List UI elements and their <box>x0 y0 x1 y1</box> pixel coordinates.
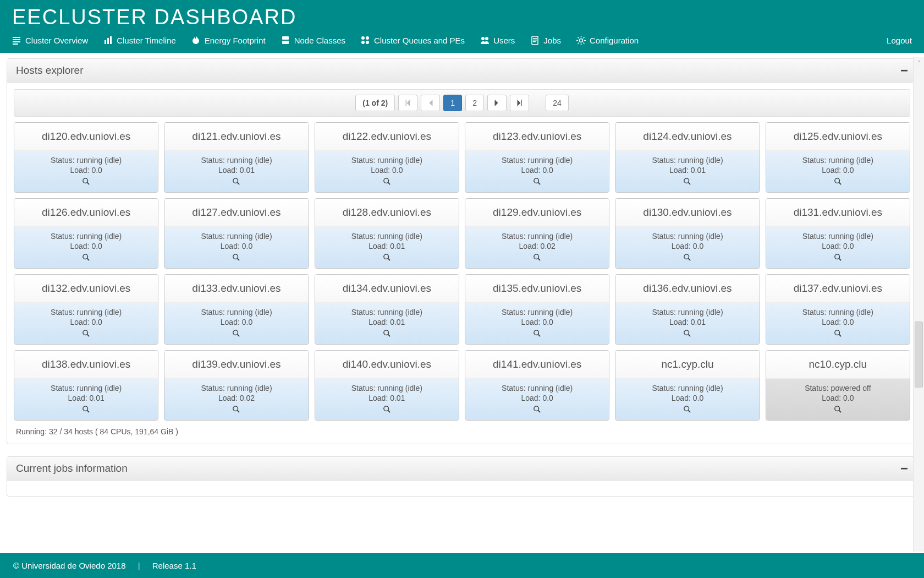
host-detail-button[interactable] <box>534 254 541 263</box>
host-detail-button[interactable] <box>233 406 240 415</box>
host-body: Status: running (idle)Load: 0.02 <box>465 227 609 268</box>
magnify-icon <box>684 330 691 337</box>
nav-cluster-timeline[interactable]: Cluster Timeline <box>103 36 176 45</box>
host-detail-button[interactable] <box>233 330 240 339</box>
magnify-icon <box>834 406 842 413</box>
magnify-icon <box>684 178 691 185</box>
host-load: Load: 0.0 <box>769 318 906 326</box>
host-load: Load: 0.0 <box>168 318 305 326</box>
jobs-panel-collapse-button[interactable]: − <box>900 465 908 472</box>
host-card: nc1.cyp.cluStatus: running (idle)Load: 0… <box>615 350 760 421</box>
host-body: Status: running (idle)Load: 0.01 <box>315 379 459 420</box>
jobs-panel-header: Current jobs information − <box>7 457 917 481</box>
host-status: Status: running (idle) <box>18 308 155 317</box>
host-detail-button[interactable] <box>534 330 541 339</box>
host-body: Status: running (idle)Load: 0.0 <box>164 227 308 268</box>
nav-cluster-overview[interactable]: Cluster Overview <box>12 36 88 45</box>
host-status: Status: powered off <box>769 384 906 392</box>
host-detail-button[interactable] <box>834 254 842 263</box>
host-card: di121.edv.uniovi.esStatus: running (idle… <box>164 122 309 193</box>
host-detail-button[interactable] <box>233 178 240 187</box>
host-detail-button[interactable] <box>82 178 90 187</box>
host-detail-button[interactable] <box>383 254 391 263</box>
page-first-button[interactable] <box>398 95 417 111</box>
host-detail-button[interactable] <box>834 406 842 415</box>
host-load: Load: 0.01 <box>619 318 756 326</box>
host-load: Load: 0.0 <box>18 166 155 175</box>
nav-configuration[interactable]: Configuration <box>576 36 639 45</box>
host-body: Status: running (idle)Load: 0.01 <box>615 151 759 192</box>
page-last-button[interactable] <box>510 95 529 111</box>
host-body: Status: running (idle)Load: 0.0 <box>615 379 759 420</box>
host-load: Load: 0.0 <box>168 242 305 250</box>
magnify-icon <box>233 178 240 185</box>
host-detail-button[interactable] <box>383 406 391 415</box>
host-body: Status: running (idle)Load: 0.0 <box>14 151 158 192</box>
host-detail-button[interactable] <box>534 406 541 415</box>
host-detail-button[interactable] <box>82 254 90 263</box>
host-status: Status: running (idle) <box>769 156 906 165</box>
host-detail-button[interactable] <box>82 406 90 415</box>
host-detail-button[interactable] <box>834 178 842 187</box>
host-name: di135.edv.uniovi.es <box>465 275 609 303</box>
host-detail-button[interactable] <box>834 330 842 339</box>
host-status: Status: running (idle) <box>469 384 606 392</box>
magnify-icon <box>534 178 541 185</box>
host-status: Status: running (idle) <box>18 156 155 165</box>
page-2-button[interactable]: 2 <box>465 95 484 111</box>
host-detail-button[interactable] <box>684 406 691 415</box>
host-detail-button[interactable] <box>534 178 541 187</box>
logout-link[interactable]: Logout <box>887 36 912 45</box>
host-detail-button[interactable] <box>684 178 691 187</box>
host-detail-button[interactable] <box>82 330 90 339</box>
magnify-icon <box>233 406 240 413</box>
nav-energy-footprint[interactable]: Energy Footprint <box>191 36 266 45</box>
scroll-up-icon[interactable]: ˄ <box>914 57 924 68</box>
host-name: di129.edv.uniovi.es <box>465 199 609 227</box>
hosts-summary: Running: 32 / 34 hosts ( 84 CPUs, 191,64… <box>14 421 910 437</box>
host-card: di124.edv.uniovi.esStatus: running (idle… <box>615 122 760 193</box>
magnify-icon <box>82 178 90 185</box>
host-detail-button[interactable] <box>233 254 240 263</box>
host-body: Status: running (idle)Load: 0.02 <box>164 379 308 420</box>
host-status: Status: running (idle) <box>168 156 305 165</box>
host-detail-button[interactable] <box>684 254 691 263</box>
host-card: di135.edv.uniovi.esStatus: running (idle… <box>465 274 609 345</box>
nav-users[interactable]: Users <box>480 36 515 45</box>
host-load: Load: 0.0 <box>619 394 756 402</box>
host-detail-button[interactable] <box>684 330 691 339</box>
host-card: di139.edv.uniovi.esStatus: running (idle… <box>164 350 309 421</box>
nav-node-classes[interactable]: Node Classes <box>281 36 345 45</box>
host-load: Load: 0.0 <box>469 166 606 175</box>
page-size[interactable]: 24 <box>546 95 569 111</box>
queues-icon <box>361 36 370 45</box>
host-body: Status: running (idle)Load: 0.0 <box>465 303 609 344</box>
host-load: Load: 0.0 <box>769 166 906 175</box>
nav-label: Configuration <box>590 36 639 45</box>
app-header: EECLUSTER DASHBOARD Cluster OverviewClus… <box>0 0 924 53</box>
brand-title: EECLUSTER DASHBOARD <box>0 0 924 32</box>
nav-cluster-queues-and-pes[interactable]: Cluster Queues and PEs <box>361 36 465 45</box>
page-next-button[interactable] <box>487 95 507 111</box>
magnify-icon <box>534 254 541 261</box>
host-detail-button[interactable] <box>383 178 391 187</box>
page-prev-button[interactable] <box>421 95 440 111</box>
hosts-panel-collapse-button[interactable]: − <box>900 67 908 74</box>
host-status: Status: running (idle) <box>18 384 155 392</box>
nav-jobs[interactable]: Jobs <box>530 36 561 45</box>
host-body: Status: running (idle)Load: 0.01 <box>315 303 459 344</box>
host-body: Status: running (idle)Load: 0.0 <box>766 303 910 344</box>
scrollbar-vertical[interactable]: ˄ <box>913 57 924 552</box>
scroll-thumb[interactable] <box>915 321 923 388</box>
host-status: Status: running (idle) <box>18 232 155 241</box>
host-name: di121.edv.uniovi.es <box>164 123 308 151</box>
host-name: di136.edv.uniovi.es <box>615 275 759 303</box>
host-status: Status: running (idle) <box>619 232 756 241</box>
host-load: Load: 0.02 <box>168 394 305 402</box>
magnify-icon <box>233 330 240 337</box>
host-status: Status: running (idle) <box>318 232 455 241</box>
jobs-icon <box>530 36 540 45</box>
host-body: Status: running (idle)Load: 0.0 <box>615 227 759 268</box>
host-detail-button[interactable] <box>383 330 391 339</box>
page-1-button[interactable]: 1 <box>443 95 462 111</box>
